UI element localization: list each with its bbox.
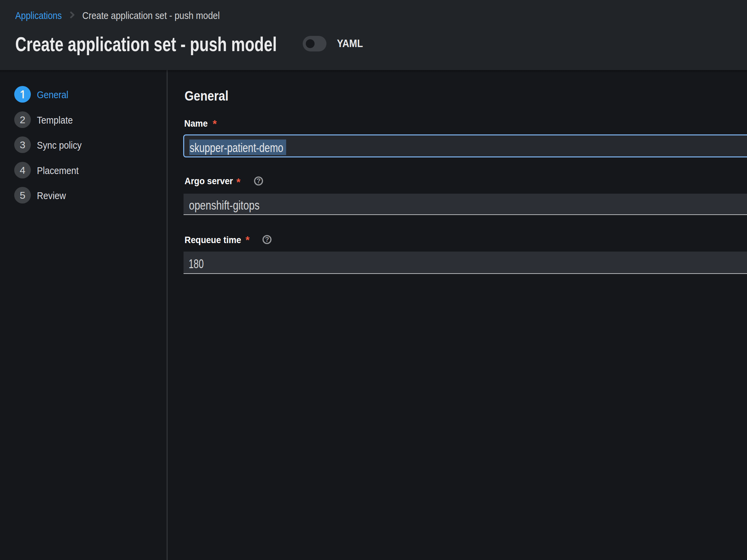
svg-text:?: ? (265, 236, 269, 243)
svg-text:?: ? (256, 177, 260, 185)
